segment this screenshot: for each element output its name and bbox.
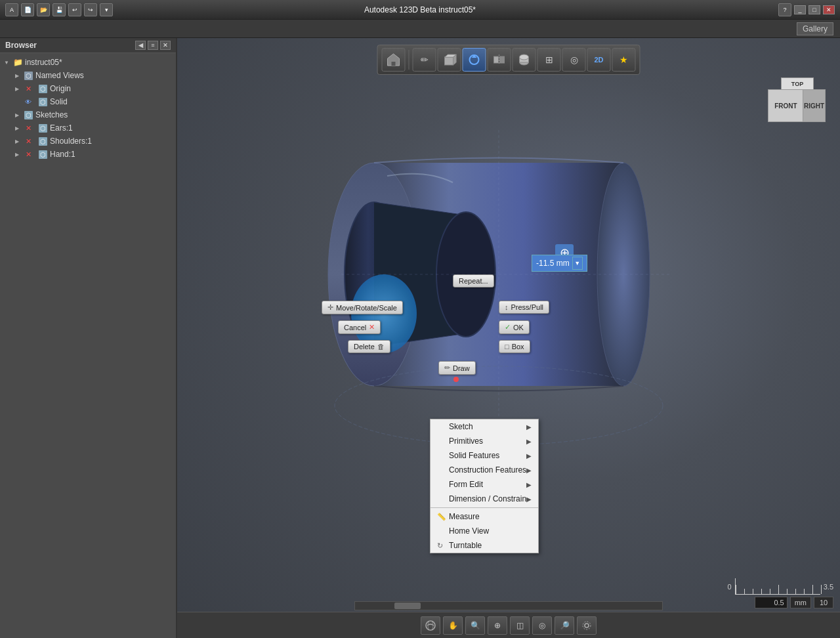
favorites-toolbar-btn[interactable]: ★ bbox=[612, 48, 636, 72]
repeat-label: Repeat... bbox=[459, 277, 488, 285]
rotate-toolbar-btn[interactable] bbox=[463, 48, 486, 72]
tree-label-sketches: Sketches bbox=[35, 110, 68, 119]
help-button[interactable]: ? bbox=[778, 3, 791, 16]
tree-item-instruct05[interactable]: ▼ 📁 instruct05* bbox=[0, 56, 176, 69]
browser-panel: Browser ◀ ≡ ✕ ▼ 📁 instruct05* ▶ ⬡ bbox=[0, 38, 177, 638]
minimize-button[interactable]: _ bbox=[794, 5, 806, 14]
svg-point-25 bbox=[428, 621, 433, 630]
tree-item-sketches[interactable]: ▶ ⬡ Sketches bbox=[0, 108, 176, 121]
tree-item-origin[interactable]: ▶ ✕ ⬡ Origin bbox=[0, 82, 176, 95]
ctx-solid-features[interactable]: Solid Features ▶ bbox=[430, 448, 538, 463]
restore-button[interactable]: □ bbox=[808, 5, 820, 14]
tree-icon-named-views: ⬡ bbox=[23, 70, 33, 81]
zoom-in-button[interactable]: 🔎 bbox=[555, 616, 574, 635]
viewport[interactable]: ✏ bbox=[177, 38, 840, 638]
box-toolbar-btn[interactable] bbox=[438, 48, 461, 72]
ctx-home-view-label: Home View bbox=[449, 526, 489, 536]
zoom-region-button[interactable]: 🔍 bbox=[465, 616, 485, 635]
ctx-primitives[interactable]: Primitives ▶ bbox=[430, 434, 538, 448]
ruler-value-input[interactable] bbox=[755, 597, 788, 608]
browser-settings-button[interactable]: ≡ bbox=[148, 41, 158, 50]
new-button[interactable]: 📄 bbox=[21, 3, 34, 16]
ctx-measure[interactable]: 📏 Measure bbox=[430, 509, 538, 524]
tree-item-ears1[interactable]: ▶ ✕ ⬡ Ears:1 bbox=[0, 121, 176, 135]
tree-item-shoulders1[interactable]: ▶ ✕ ⬡ Shoulders:1 bbox=[0, 135, 176, 148]
ok-button[interactable]: ✓ OK bbox=[499, 320, 530, 334]
nav-cube[interactable]: TOP FRONT RIGHT bbox=[768, 77, 827, 137]
draw-button[interactable]: ✏ Draw bbox=[438, 361, 476, 375]
cancel-button[interactable]: Cancel ✕ bbox=[338, 320, 381, 334]
ctx-home-view[interactable]: Home View bbox=[430, 524, 538, 538]
press-pull-button[interactable]: ↕ Press/Pull bbox=[499, 301, 549, 314]
unit-display: mm bbox=[790, 597, 811, 608]
dimension-box[interactable]: -11.5 mm ▼ bbox=[532, 255, 587, 272]
ok-check-icon: ✓ bbox=[505, 323, 511, 331]
dimension-constrain-arrow: ▶ bbox=[526, 496, 532, 503]
ctx-turntable[interactable]: ↻ Turntable bbox=[430, 538, 538, 553]
nav-cube-right[interactable]: RIGHT bbox=[803, 89, 826, 122]
extrude-toolbar-btn[interactable] bbox=[513, 48, 536, 72]
ctx-form-edit[interactable]: Form Edit ▶ bbox=[430, 477, 538, 492]
turntable-icon: ↻ bbox=[437, 542, 446, 550]
browser-close-button[interactable]: ✕ bbox=[160, 41, 171, 50]
fit-button[interactable]: ⊕ bbox=[488, 616, 507, 635]
ruler-tick-1 bbox=[744, 589, 745, 594]
tree-icon-ears1-folder: ⬡ bbox=[37, 123, 48, 133]
tree-icon-hand1-error: ✕ bbox=[23, 149, 33, 160]
nav-cube-top[interactable]: TOP bbox=[781, 77, 814, 91]
svg-point-23 bbox=[453, 377, 459, 382]
browser-collapse-button[interactable]: ◀ bbox=[135, 41, 146, 50]
save-button[interactable]: 💾 bbox=[52, 3, 66, 16]
2d-toolbar-btn[interactable]: 2D bbox=[587, 48, 611, 72]
browser-header-controls: ◀ ≡ ✕ bbox=[135, 41, 171, 50]
tree-item-solid[interactable]: ▶ 👁 ⬡ Solid bbox=[0, 95, 176, 108]
undo-button[interactable]: ↩ bbox=[68, 3, 81, 16]
delete-label: Delete bbox=[354, 343, 375, 351]
orbit-button[interactable] bbox=[421, 616, 440, 635]
ctx-form-edit-label: Form Edit bbox=[449, 480, 483, 489]
redo-button[interactable]: ↪ bbox=[84, 3, 97, 16]
delete-button[interactable]: Delete 🗑 bbox=[348, 340, 390, 353]
ruler-tick-5 bbox=[778, 585, 779, 594]
tree-arrow-named-views: ▶ bbox=[13, 72, 21, 79]
main-layout: Browser ◀ ≡ ✕ ▼ 📁 instruct05* ▶ ⬡ bbox=[0, 38, 840, 638]
box-radial-button[interactable]: □ Box bbox=[499, 340, 530, 353]
tree-icon-sketches: ⬡ bbox=[23, 110, 33, 120]
scroll-thumb[interactable] bbox=[394, 603, 421, 609]
ctx-dimension-constrain[interactable]: Dimension / Constrain ▶ bbox=[430, 492, 538, 506]
close-button[interactable]: ✕ bbox=[823, 5, 835, 14]
pan-button[interactable]: ✋ bbox=[443, 616, 463, 635]
pencil-toolbar-btn[interactable]: ✏ bbox=[413, 48, 436, 72]
home-toolbar-btn[interactable] bbox=[382, 48, 406, 72]
front-view-button[interactable]: ◫ bbox=[510, 616, 530, 635]
measure-icon: 📏 bbox=[437, 513, 446, 521]
ctx-construction-features-label: Construction Features bbox=[449, 465, 526, 475]
horizontal-scrollbar[interactable] bbox=[354, 601, 663, 610]
tree-arrow-solid: ▶ bbox=[13, 98, 21, 106]
draw-label: Draw bbox=[453, 364, 470, 372]
tree-arrow-shoulders1: ▶ bbox=[13, 137, 21, 145]
reflect-toolbar-btn[interactable] bbox=[488, 48, 511, 72]
more-button[interactable]: ▾ bbox=[100, 3, 113, 16]
look-at-button[interactable]: ◎ bbox=[532, 616, 552, 635]
ctx-sketch-label: Sketch bbox=[449, 422, 473, 431]
tree-label-solid: Solid bbox=[50, 97, 68, 106]
open-button[interactable]: 📂 bbox=[37, 3, 50, 16]
settings-button[interactable] bbox=[577, 616, 597, 635]
gallery-button[interactable]: Gallery bbox=[797, 22, 833, 35]
ctx-sketch[interactable]: Sketch ▶ bbox=[430, 419, 538, 434]
tree-item-hand1[interactable]: ▶ ✕ ⬡ Hand:1 bbox=[0, 148, 176, 161]
move-rotate-scale-button[interactable]: ✛ Move/Rotate/Scale bbox=[322, 301, 403, 314]
pattern-toolbar-btn[interactable]: ⊞ bbox=[537, 48, 561, 72]
ctx-construction-features[interactable]: Construction Features ▶ bbox=[430, 463, 538, 477]
shell-toolbar-btn[interactable]: ◎ bbox=[562, 48, 586, 72]
tree-item-named-views[interactable]: ▶ ⬡ Named Views bbox=[0, 69, 176, 82]
svg-rect-7 bbox=[494, 56, 499, 63]
dimension-dropdown[interactable]: ▼ bbox=[572, 257, 583, 270]
ctx-divider-1 bbox=[430, 507, 538, 508]
app-menu-button[interactable]: A bbox=[5, 3, 18, 16]
toolbar-separator-1 bbox=[409, 50, 410, 70]
tree-icon-ears1-error: ✕ bbox=[23, 123, 33, 133]
repeat-button[interactable]: Repeat... bbox=[453, 274, 494, 287]
nav-cube-front[interactable]: FRONT bbox=[768, 89, 804, 122]
